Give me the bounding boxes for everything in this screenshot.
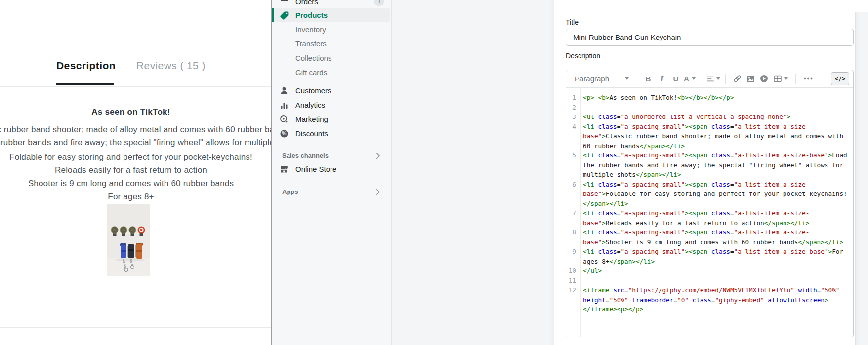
product-photo xyxy=(107,204,150,276)
line-number: 2 xyxy=(566,103,576,113)
sidebar-item-products[interactable]: Products xyxy=(272,8,392,22)
code-editor[interactable]: 1<p> <b>As seen on TikTok!<b></b></b></p… xyxy=(566,88,853,337)
code-line-content xyxy=(583,276,851,286)
sidebar-item-collections[interactable]: Collections xyxy=(272,51,392,65)
line-number: 5 xyxy=(566,151,576,160)
chevron-down-icon xyxy=(716,77,720,80)
link-button[interactable] xyxy=(731,72,744,86)
code-line: 5<li class="a-spacing-small"><span class… xyxy=(566,151,853,180)
code-line-content: <li class="a-spacing-small"><span class=… xyxy=(583,228,851,247)
sidebar-item-gift-cards[interactable]: Gift cards xyxy=(272,66,392,79)
sidebar-item-online-store[interactable]: Online Store xyxy=(272,162,392,176)
underline-button[interactable]: U xyxy=(669,72,683,86)
bold-button[interactable]: B xyxy=(641,72,655,86)
sidebar-item-label: Transfers xyxy=(295,39,327,48)
title-input[interactable] xyxy=(566,29,854,46)
sidebar-item-customers[interactable]: Customers xyxy=(272,84,392,98)
sidebar-item-analytics[interactable]: Analytics xyxy=(272,98,392,112)
sidebar-item-label: Customers xyxy=(295,86,331,95)
link-icon xyxy=(733,75,742,83)
chevron-right-icon[interactable] xyxy=(376,189,380,195)
alignment-button[interactable] xyxy=(707,72,720,86)
code-line: 10</ul> xyxy=(566,266,853,276)
discounts-icon: % xyxy=(280,129,289,139)
code-line-content: <li class="a-spacing-small"><span class=… xyxy=(583,151,851,180)
active-tab-underline xyxy=(56,83,114,85)
line-number: 7 xyxy=(566,208,576,218)
preview-bullet: Load the rubber bands and fire away; the… xyxy=(0,138,271,148)
code-line: 12<iframe src="https://giphy.com/embed/N… xyxy=(566,285,853,314)
title-label: Title xyxy=(566,18,579,26)
paragraph-style-dropdown[interactable]: Paragraph xyxy=(573,72,631,86)
more-horizontal-icon xyxy=(804,77,813,80)
code-line-content: <p> <b>As seen on TikTok!<b></b></b></p> xyxy=(583,93,851,103)
image-icon xyxy=(746,75,755,83)
sidebar-item-sales-channels[interactable]: Sales channels xyxy=(272,149,392,162)
more-options-button[interactable] xyxy=(801,72,816,86)
marketing-icon xyxy=(280,115,289,124)
toolbar-divider xyxy=(636,74,636,84)
chevron-down-icon xyxy=(692,77,696,80)
preview-bullet: Shooter is 9 cm long and comes with 60 r… xyxy=(0,179,271,189)
line-number: 1 xyxy=(566,93,576,103)
code-line: 11 xyxy=(566,276,853,286)
text-color-button[interactable]: A xyxy=(683,72,697,86)
video-icon xyxy=(760,75,768,83)
code-line-content: <li class="a-spacing-small"><span class=… xyxy=(583,180,851,209)
storefront-preview-panel: Description Reviews ( 15 ) As seen on Ti… xyxy=(0,0,271,345)
sidebar-item-label: Analytics xyxy=(295,101,325,109)
table-button[interactable] xyxy=(771,72,790,86)
preview-bullet: Reloads easily for a fast return to acti… xyxy=(0,165,271,175)
table-icon xyxy=(774,75,782,82)
customers-icon xyxy=(280,86,289,96)
preview-bullet: Classic rubber band shooter; made of all… xyxy=(0,125,271,135)
active-item-highlight xyxy=(274,8,390,22)
preview-bullet: Foldable for easy storing and perfect fo… xyxy=(0,153,271,162)
chevron-right-icon[interactable] xyxy=(376,153,380,159)
divider xyxy=(0,86,271,87)
sidebar-item-discounts[interactable]: %Discounts xyxy=(272,127,392,141)
sidebar-item-label: Online Store xyxy=(295,165,336,173)
line-number: 6 xyxy=(566,180,576,190)
line-number: 12 xyxy=(566,285,576,295)
svg-text:%: % xyxy=(282,131,287,136)
line-number: 4 xyxy=(566,122,576,132)
orders-icon xyxy=(280,0,289,7)
image-button[interactable] xyxy=(744,72,757,86)
chevron-down-icon xyxy=(625,77,629,80)
rich-text-editor: Paragraph B I U A xyxy=(566,70,854,337)
sidebar-item-label: Marketing xyxy=(295,115,328,123)
sidebar-item-transfers[interactable]: Transfers xyxy=(272,37,392,51)
sidebar-item-label: Gift cards xyxy=(295,68,327,77)
divider xyxy=(0,49,271,49)
preview-bullet: For ages 8+ xyxy=(0,192,271,202)
editor-toolbar: Paragraph B I U A xyxy=(566,70,853,88)
code-line-content xyxy=(583,103,851,113)
description-label: Description xyxy=(566,52,600,60)
orders-count-badge: 1 xyxy=(374,0,384,6)
code-line: 6<li class="a-spacing-small"><span class… xyxy=(566,180,853,209)
preview-heading: As seen on TikTok! xyxy=(0,107,271,117)
tab-description[interactable]: Description xyxy=(56,60,116,72)
code-line-content: </ul> xyxy=(583,266,851,276)
background-surface xyxy=(855,0,868,12)
divider xyxy=(0,327,271,328)
active-item-accent-bar xyxy=(272,8,274,22)
gutter-divider xyxy=(580,88,581,337)
code-line: 7<li class="a-spacing-small"><span class… xyxy=(566,208,853,228)
italic-button[interactable]: I xyxy=(655,72,669,86)
toolbar-divider xyxy=(725,74,726,84)
sidebar-item-orders[interactable]: Orders1 xyxy=(272,0,392,9)
code-line-content: <ul class="a-unordered-list a-vertical a… xyxy=(583,112,851,122)
sidebar-item-apps[interactable]: Apps xyxy=(272,185,392,198)
chevron-down-icon xyxy=(784,77,788,80)
analytics-icon xyxy=(280,101,289,110)
sidebar-item-marketing[interactable]: Marketing xyxy=(272,113,392,126)
line-number: 10 xyxy=(566,266,576,276)
video-button[interactable] xyxy=(757,72,771,86)
code-line: 2 xyxy=(566,103,853,113)
sidebar-item-inventory[interactable]: Inventory xyxy=(272,23,392,37)
code-view-button[interactable]: </> xyxy=(831,72,849,85)
sidebar-section-label: Apps xyxy=(282,188,298,195)
tab-reviews[interactable]: Reviews ( 15 ) xyxy=(136,60,206,72)
